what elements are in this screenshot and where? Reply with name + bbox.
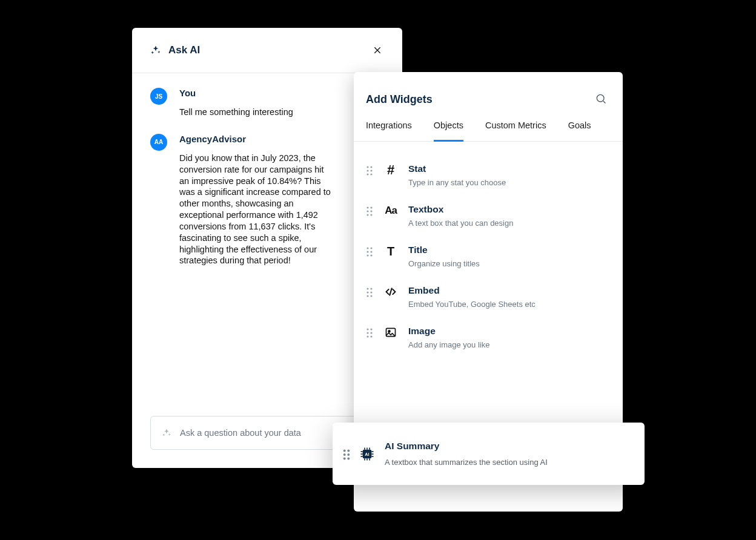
avatar: AA	[150, 134, 167, 151]
svg-point-38	[347, 457, 350, 459]
widget-title: Stat	[408, 163, 506, 174]
title-t-icon: T	[383, 245, 399, 258]
widget-text: Embed Embed YouTube, Google Sheets etc	[408, 285, 536, 309]
widget-title: Embed	[408, 285, 536, 296]
svg-point-0	[597, 94, 604, 102]
widget-item-title[interactable]: T Title Organize using titles	[366, 236, 611, 277]
svg-text:AI: AI	[365, 452, 369, 457]
tab-objects[interactable]: Objects	[434, 120, 463, 141]
widget-text: Title Organize using titles	[408, 245, 480, 268]
svg-point-17	[366, 254, 368, 256]
drag-handle-icon[interactable]	[366, 327, 374, 339]
drag-handle-icon[interactable]	[342, 448, 351, 460]
svg-point-15	[366, 251, 368, 252]
svg-point-25	[366, 328, 368, 330]
widgets-title: Add Widgets	[366, 93, 595, 106]
widget-title: Textbox	[408, 204, 513, 215]
drag-handle-icon[interactable]	[366, 205, 374, 217]
image-icon	[383, 326, 399, 339]
drag-handle-icon[interactable]	[366, 246, 374, 258]
widget-desc: A text box that you can design	[408, 219, 513, 228]
drag-handle-icon[interactable]	[366, 286, 374, 298]
svg-point-21	[366, 291, 368, 293]
ai-chip-icon: AI	[359, 447, 375, 461]
svg-point-26	[370, 328, 372, 330]
svg-point-33	[343, 449, 346, 452]
svg-point-37	[343, 457, 346, 459]
svg-point-12	[370, 214, 372, 216]
svg-point-9	[366, 210, 368, 212]
hash-icon: #	[383, 163, 399, 177]
svg-point-2	[370, 166, 372, 168]
svg-point-36	[347, 453, 350, 456]
svg-point-8	[370, 206, 372, 208]
svg-point-4	[370, 170, 372, 171]
svg-point-18	[370, 254, 372, 256]
close-button[interactable]	[371, 44, 384, 57]
widget-desc: Organize using titles	[408, 259, 480, 268]
tab-custom-metrics[interactable]: Custom Metrics	[485, 120, 546, 141]
sparkle-icon	[150, 45, 161, 56]
widget-desc: Add any image you like	[408, 340, 489, 349]
svg-point-6	[370, 173, 372, 175]
svg-point-3	[366, 170, 368, 171]
svg-point-24	[370, 295, 372, 297]
widget-item-ai-summary[interactable]: AI AI Summary A textbox that summarizes …	[333, 423, 645, 485]
svg-point-14	[370, 247, 372, 249]
widget-desc: A textbox that summarizes the section us…	[385, 458, 548, 467]
avatar: JS	[150, 88, 167, 105]
svg-point-20	[370, 288, 372, 289]
svg-point-11	[366, 214, 368, 216]
svg-point-29	[366, 335, 368, 337]
widget-list: # Stat Type in any stat you choose Aa Te…	[354, 142, 623, 358]
svg-point-5	[366, 173, 368, 175]
message-text: Tell me something interesting	[179, 107, 293, 118]
svg-point-27	[366, 332, 368, 334]
svg-point-7	[366, 206, 368, 208]
widget-item-stat[interactable]: # Stat Type in any stat you choose	[366, 155, 611, 196]
widget-text: Textbox A text box that you can design	[408, 204, 513, 228]
message-text: Did you know that in July 2023, the conv…	[179, 153, 331, 266]
svg-point-28	[370, 332, 372, 334]
svg-point-30	[370, 335, 372, 337]
ask-ai-header: Ask AI	[132, 28, 402, 73]
svg-point-35	[343, 453, 346, 456]
message-content: AgencyAdvisor Did you know that in July …	[179, 134, 331, 266]
text-aa-icon: Aa	[383, 204, 399, 217]
widget-desc: Type in any stat you choose	[408, 178, 506, 187]
sparkle-icon	[162, 428, 171, 438]
widget-title: Title	[408, 245, 480, 255]
widget-text: Image Add any image you like	[408, 326, 489, 349]
widget-item-image[interactable]: Image Add any image you like	[366, 317, 611, 358]
svg-point-1	[366, 166, 368, 168]
chat-message: JS You Tell me something interesting	[150, 88, 384, 118]
message-sender: AgencyAdvisor	[179, 134, 331, 144]
search-icon[interactable]	[595, 93, 608, 106]
widget-text: Stat Type in any stat you choose	[408, 163, 506, 187]
code-embed-icon	[383, 285, 399, 298]
message-content: You Tell me something interesting	[179, 88, 293, 118]
widgets-tabs: Integrations Objects Custom Metrics Goal…	[354, 106, 623, 142]
widget-title: AI Summary	[385, 441, 548, 452]
tab-integrations[interactable]: Integrations	[366, 120, 412, 141]
svg-point-22	[370, 291, 372, 293]
widget-item-textbox[interactable]: Aa Textbox A text box that you can desig…	[366, 196, 611, 236]
svg-point-19	[366, 288, 368, 289]
widget-text: AI Summary A textbox that summarizes the…	[385, 441, 548, 467]
svg-point-32	[388, 331, 390, 332]
widget-desc: Embed YouTube, Google Sheets etc	[408, 300, 536, 309]
widgets-header: Add Widgets	[354, 72, 623, 106]
widget-item-embed[interactable]: Embed Embed YouTube, Google Sheets etc	[366, 277, 611, 317]
svg-point-16	[370, 251, 372, 252]
svg-point-10	[370, 210, 372, 212]
widget-title: Image	[408, 326, 489, 337]
message-sender: You	[179, 88, 293, 98]
svg-point-13	[366, 247, 368, 249]
svg-point-34	[347, 449, 350, 452]
ask-ai-title: Ask AI	[168, 44, 371, 56]
drag-handle-icon[interactable]	[366, 165, 374, 177]
svg-point-23	[366, 295, 368, 297]
chat-message: AA AgencyAdvisor Did you know that in Ju…	[150, 134, 384, 266]
tab-goals[interactable]: Goals	[568, 120, 591, 141]
